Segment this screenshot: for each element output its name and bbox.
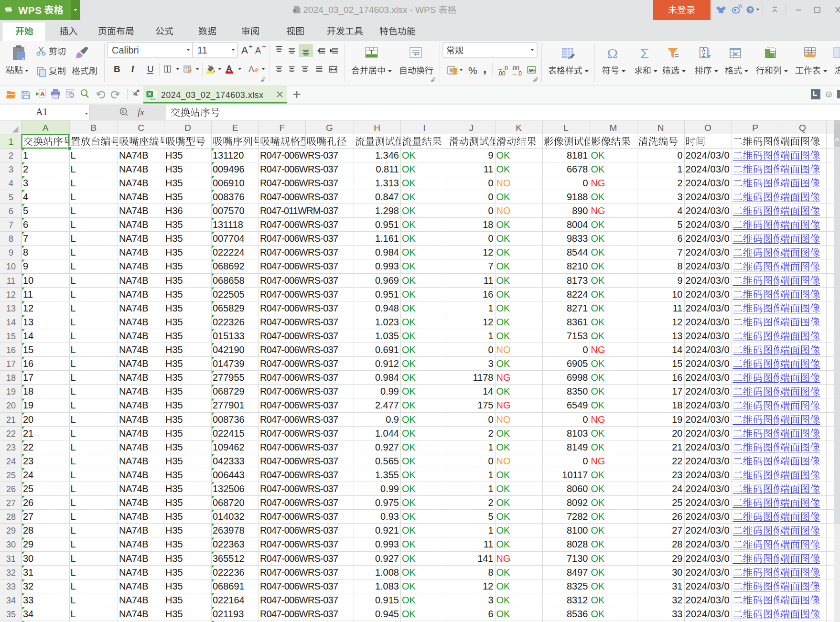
svg-text:OK: OK	[402, 205, 416, 216]
svg-text:0.951: 0.951	[375, 289, 399, 300]
svg-text:A: A	[255, 46, 261, 55]
svg-text:068658: 068658	[213, 275, 245, 286]
svg-text:H35: H35	[165, 539, 183, 549]
svg-text:2024/03/0: 2024/03/0	[686, 609, 730, 619]
svg-text:022415: 022415	[213, 428, 245, 439]
svg-text:L: L	[71, 442, 76, 452]
svg-text:?: ?	[748, 7, 752, 14]
svg-text:0.915: 0.915	[375, 595, 399, 605]
svg-text:9: 9	[9, 248, 13, 257]
svg-text:2024/03/0: 2024/03/0	[686, 511, 730, 522]
svg-text:0: 0	[582, 344, 588, 355]
svg-text:9188: 9188	[567, 192, 588, 202]
svg-text:30: 30	[672, 567, 682, 578]
svg-text:OK: OK	[402, 331, 416, 341]
svg-text:R047-006WRS-037: R047-006WRS-037	[260, 511, 338, 522]
svg-text:K: K	[516, 123, 522, 133]
svg-text:→.0: →.0	[511, 70, 522, 77]
svg-text:10117: 10117	[562, 470, 588, 480]
svg-text:Q: Q	[799, 123, 806, 133]
svg-text:4: 4	[9, 179, 13, 188]
svg-text:+: +	[533, 68, 536, 73]
svg-text:OK: OK	[402, 150, 416, 161]
svg-text:2: 2	[488, 428, 493, 439]
svg-text:J: J	[469, 123, 474, 133]
svg-text:21: 21	[6, 415, 16, 425]
svg-text:OK: OK	[402, 567, 416, 578]
svg-text:NA74B: NA74B	[119, 233, 149, 244]
svg-text:14: 14	[23, 331, 33, 341]
svg-text:H35: H35	[165, 303, 183, 313]
svg-text:0.99: 0.99	[380, 386, 399, 397]
svg-text:6: 6	[23, 219, 28, 230]
svg-text:L: L	[71, 595, 76, 605]
svg-text:2024/03/0: 2024/03/0	[686, 150, 730, 161]
svg-text:L: L	[71, 289, 76, 300]
svg-text:0.927: 0.927	[375, 553, 399, 564]
svg-text:OK: OK	[402, 595, 416, 605]
svg-text:H35: H35	[165, 581, 183, 591]
svg-text:25: 25	[672, 497, 682, 508]
svg-text:L: L	[71, 470, 76, 480]
svg-text:R047-006WRS-037: R047-006WRS-037	[260, 344, 338, 355]
svg-text:R047-006WRS-037: R047-006WRS-037	[260, 317, 338, 327]
svg-text:0.93: 0.93	[380, 511, 399, 522]
svg-text:14: 14	[483, 386, 493, 397]
svg-text:0.565: 0.565	[375, 456, 399, 466]
svg-text:0: 0	[488, 456, 493, 466]
svg-text:NO: NO	[496, 456, 511, 466]
svg-text:R047-006WRS-037: R047-006WRS-037	[260, 164, 338, 174]
svg-text:OK: OK	[591, 581, 605, 591]
svg-text:12: 12	[483, 317, 493, 327]
svg-text:NA74B: NA74B	[119, 303, 149, 313]
svg-text:OK: OK	[402, 581, 416, 591]
svg-text:0.9: 0.9	[386, 414, 399, 425]
svg-text:NA74B: NA74B	[119, 456, 149, 466]
svg-text:0.945: 0.945	[375, 609, 399, 619]
svg-text:0.811: 0.811	[376, 164, 399, 174]
svg-text:OK: OK	[496, 525, 511, 536]
svg-text:068691: 068691	[213, 581, 245, 591]
svg-text:NA74B: NA74B	[119, 581, 149, 591]
svg-text:009496: 009496	[213, 164, 245, 174]
svg-text:065829: 065829	[213, 303, 245, 313]
svg-text:R047-006WRS-037: R047-006WRS-037	[260, 414, 338, 425]
svg-text:26: 26	[23, 497, 33, 508]
svg-text:L: L	[71, 483, 76, 494]
svg-text:R047-006WRS-037: R047-006WRS-037	[260, 150, 338, 161]
svg-text:OK: OK	[402, 470, 416, 480]
svg-text:OK: OK	[496, 317, 511, 327]
svg-text:L: L	[71, 178, 76, 188]
svg-text:L: L	[71, 317, 76, 327]
svg-text:H35: H35	[165, 289, 183, 300]
svg-text:L: L	[71, 219, 76, 230]
svg-text:NA74B: NA74B	[119, 331, 149, 341]
svg-text:2024/03/0: 2024/03/0	[686, 428, 730, 439]
svg-text:18: 18	[23, 386, 33, 397]
svg-text:OK: OK	[496, 233, 511, 244]
svg-text:8536: 8536	[567, 609, 588, 619]
svg-text:2024/03/0: 2024/03/0	[686, 205, 730, 216]
svg-text:2024/03/0: 2024/03/0	[686, 442, 730, 452]
svg-text:OK: OK	[591, 497, 605, 508]
svg-text:8181: 8181	[567, 150, 588, 161]
svg-text:2024/03/0: 2024/03/0	[686, 275, 730, 286]
svg-text:WPS: WPS	[19, 5, 42, 16]
svg-text:OK: OK	[496, 511, 511, 522]
svg-text:8: 8	[488, 567, 493, 578]
svg-text:0: 0	[488, 233, 493, 244]
svg-text:OK: OK	[402, 247, 416, 257]
svg-text:L: L	[71, 150, 76, 161]
svg-text:L: L	[563, 123, 569, 133]
svg-text:OK: OK	[496, 386, 511, 397]
svg-text:015133: 015133	[213, 331, 245, 341]
svg-text:1.044: 1.044	[375, 428, 399, 439]
svg-text:H36: H36	[165, 205, 183, 216]
svg-text:fx: fx	[138, 107, 144, 117]
svg-text:L: L	[71, 275, 76, 286]
svg-text:8004: 8004	[567, 219, 588, 230]
svg-text:OK: OK	[402, 372, 416, 383]
svg-text:0.847: 0.847	[375, 192, 399, 202]
svg-text:11: 11	[673, 303, 683, 313]
svg-text:2024_03_02_174603.xlsx - WPS: 2024_03_02_174603.xlsx - WPS	[303, 5, 436, 15]
